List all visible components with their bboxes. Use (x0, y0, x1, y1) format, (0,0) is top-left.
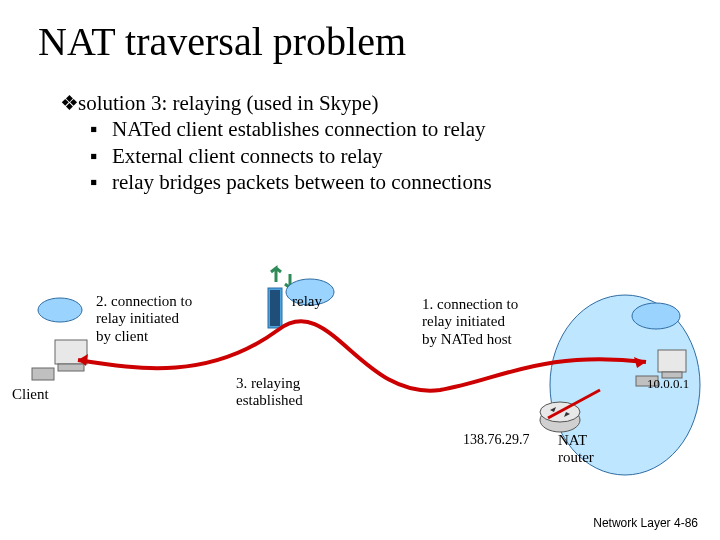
footer: Network Layer 4-86 (593, 516, 698, 530)
relay-label: relay (292, 293, 322, 310)
step3-label: 3. relayingestablished (236, 375, 356, 410)
svg-point-13 (632, 303, 680, 329)
ip-outer: 138.76.29.7 (463, 432, 530, 448)
svg-rect-1 (658, 350, 686, 372)
svg-rect-9 (58, 364, 84, 371)
svg-point-11 (38, 298, 82, 322)
bullet-2-text: External client connects to relay (112, 144, 383, 168)
bullet-2: ▪External client connects to relay (90, 143, 680, 169)
footer-page: 4-86 (674, 516, 698, 530)
svg-rect-10 (32, 368, 54, 380)
relay-icon (268, 288, 282, 328)
svg-rect-7 (270, 290, 280, 326)
ip-inner: 10.0.0.1 (647, 377, 689, 392)
bullet-1-text: NATed client establishes connection to r… (112, 117, 486, 141)
bullet-3: ▪relay bridges packets between to connec… (90, 169, 680, 195)
bullet-lead: ❖solution 3: relaying (used in Skype) (60, 90, 680, 116)
footer-section: Network Layer (593, 516, 670, 530)
bullet-lead-text: solution 3: relaying (used in Skype) (78, 91, 378, 115)
bullet-3-text: relay bridges packets between to connect… (112, 170, 492, 194)
nat-label: NATrouter (558, 432, 594, 467)
page-title: NAT traversal problem (38, 18, 406, 65)
client-label: Client (12, 386, 49, 403)
bullet-1: ▪NATed client establishes connection to … (90, 116, 680, 142)
router-icon (540, 402, 580, 432)
step1-label: 1. connection torelay initiatedby NATed … (422, 296, 582, 348)
bullet-list: ❖solution 3: relaying (used in Skype) ▪N… (60, 90, 680, 195)
step2-label: 2. connection torelay initiatedby client (96, 293, 246, 345)
